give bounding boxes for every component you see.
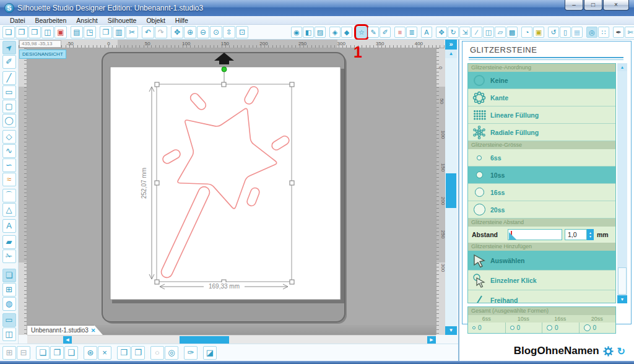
transform-rotate-button[interactable]: ↻: [448, 27, 459, 38]
inverse-select-button[interactable]: ⊟: [17, 346, 30, 360]
close-button[interactable]: ×: [603, 0, 629, 11]
page-color-button[interactable]: ▣: [533, 27, 544, 38]
size-20ss[interactable]: 20ss: [468, 201, 615, 219]
combine-button[interactable]: ○: [150, 346, 164, 360]
transform-mirror-button[interactable]: ◫: [483, 27, 494, 38]
curve-tool-button[interactable]: ∿: [2, 144, 16, 158]
size-6ss[interactable]: 6ss: [468, 149, 615, 167]
group-button[interactable]: ❒: [117, 346, 131, 360]
scroll-up-icon[interactable]: ▲: [445, 50, 457, 58]
pan-button[interactable]: ✥: [171, 26, 183, 38]
vertical-scrollbar[interactable]: » ▲ ▼: [445, 40, 457, 335]
cut-button[interactable]: ✂: [126, 26, 138, 38]
menu-datei[interactable]: Datei: [5, 16, 30, 25]
menu-silhouette[interactable]: Silhouette: [103, 16, 142, 25]
select-all-button[interactable]: ⊞: [2, 346, 16, 360]
freehand-tool-button[interactable]: ∽: [2, 158, 16, 172]
panel-scroll-up-icon[interactable]: ▲: [617, 63, 627, 71]
undo-button[interactable]: ↶: [142, 26, 154, 38]
zoom-in-button[interactable]: ⊕: [184, 26, 196, 38]
zoom-drag-button[interactable]: ⇳: [223, 26, 235, 38]
menu-hilfe[interactable]: Hilfe: [170, 16, 193, 25]
store-view-button[interactable]: ◍: [2, 297, 16, 311]
spacing-stepper[interactable]: ▲ ▼: [587, 229, 594, 240]
fit-to-page-button[interactable]: ⊡: [236, 26, 248, 38]
transform-skew-button[interactable]: ∕: [471, 27, 482, 38]
panel-scroll-thumb[interactable]: [618, 267, 627, 295]
panel-scroll-down-icon[interactable]: ▼: [617, 295, 627, 303]
rotate-view-button[interactable]: ↺: [548, 27, 559, 38]
hscroll-thumb[interactable]: [180, 336, 229, 344]
stamp-tool-button[interactable]: ◔: [521, 27, 532, 38]
menu-objekt[interactable]: Objekt: [141, 16, 170, 25]
ellipse-tool-button[interactable]: ◯: [2, 114, 16, 128]
minimize-button[interactable]: –: [565, 0, 583, 11]
arrangement-radial[interactable]: Radiale Füllung: [468, 124, 615, 141]
transform-box-button[interactable]: ❏: [36, 346, 50, 360]
select-tool-button[interactable]: ➤: [2, 41, 16, 54]
panel-expand-button[interactable]: »: [445, 40, 457, 50]
polygon-tool-button[interactable]: ◇: [2, 130, 16, 144]
registration-marks-button[interactable]: ◎: [586, 27, 597, 38]
refresh-icon[interactable]: ↻: [617, 345, 625, 357]
menu-ansicht[interactable]: Ansicht: [71, 16, 102, 25]
scroll-right-icon[interactable]: ▶: [427, 336, 436, 344]
panel-scrollbar[interactable]: ▲ ▼: [617, 63, 627, 303]
regular-polygon-tool-button[interactable]: △: [2, 203, 16, 217]
zoom-selection-button[interactable]: ⊙: [210, 26, 222, 38]
save-to-library-button[interactable]: ▣: [54, 26, 67, 38]
scroll-left-icon[interactable]: ◀: [63, 336, 72, 344]
send-to-silhouette-button[interactable]: ◳: [84, 26, 96, 38]
text-tool-button[interactable]: A: [2, 219, 16, 233]
delete-button[interactable]: ×: [98, 346, 111, 360]
duplicate-button[interactable]: ❐: [50, 346, 64, 360]
grid-settings-button[interactable]: ▦: [571, 27, 583, 38]
rotation-handle[interactable]: [222, 67, 227, 72]
transform-shear-button[interactable]: ▱: [495, 27, 506, 38]
pixscan-button[interactable]: ∷: [598, 27, 609, 38]
page-view-button[interactable]: ❏: [2, 269, 16, 282]
page-settings-button[interactable]: ▯: [560, 27, 571, 38]
ungroup-button[interactable]: ❐: [131, 346, 145, 360]
rhinestone-style-button[interactable]: ☆: [356, 27, 367, 38]
arrangement-keine[interactable]: Keine: [468, 72, 615, 89]
print-button[interactable]: ▤: [71, 26, 83, 38]
maximize-button[interactable]: □: [584, 0, 602, 11]
scroll-down-icon[interactable]: ▼: [445, 326, 457, 335]
redo-button[interactable]: ↷: [155, 26, 167, 38]
document-tab[interactable]: Unbenannt-1.studio3 ✕: [27, 325, 103, 335]
save-button[interactable]: ◫: [41, 26, 54, 38]
menu-bearbeiten[interactable]: Bearbeiten: [30, 16, 72, 25]
edit-points-tool-button[interactable]: ✐: [2, 55, 16, 69]
bring-to-front-button[interactable]: ❑: [64, 346, 78, 360]
tab-close-icon[interactable]: ✕: [91, 327, 96, 334]
line-tool-button[interactable]: ╱: [2, 71, 16, 85]
cut-edge-style-button[interactable]: ✐: [380, 27, 391, 38]
gear-icon[interactable]: [603, 346, 614, 357]
zoom-out-button[interactable]: ⊖: [197, 26, 209, 38]
fill-gradient-button[interactable]: ◧: [303, 27, 314, 38]
text-style-button[interactable]: A: [421, 27, 432, 38]
title-bar[interactable]: S Silhouette Studio Designer Edition: Un…: [0, 0, 634, 16]
open-file-button[interactable]: ❐: [15, 26, 28, 38]
fill-pattern-button[interactable]: ▨: [315, 27, 326, 38]
transform-scale-button[interactable]: ⇲: [459, 27, 471, 38]
size-16ss[interactable]: 16ss: [468, 184, 615, 201]
pattern-fill-button[interactable]: ▩: [506, 27, 518, 38]
weld-button[interactable]: ⊛: [84, 346, 97, 360]
add-freehand[interactable]: Freihand: [468, 290, 615, 303]
shadow-style-button[interactable]: ◈: [329, 27, 341, 38]
stepper-down-icon[interactable]: ▼: [589, 235, 592, 238]
spacing-input[interactable]: 1,0: [565, 229, 587, 240]
design-canvas[interactable]: 252,07 mm 169,33 mm: [27, 48, 436, 325]
target-button[interactable]: ◎: [165, 346, 178, 360]
add-single-click[interactable]: Einzelner Klick: [468, 271, 615, 290]
eraser-tool-button[interactable]: ▰: [2, 235, 16, 249]
split-view-button[interactable]: ◫: [2, 327, 16, 341]
add-select[interactable]: Auswählen: [468, 251, 615, 271]
vscroll-thumb[interactable]: [446, 173, 456, 208]
open-library-button[interactable]: ❒: [28, 26, 41, 38]
sketch-style-button[interactable]: ✎: [368, 27, 379, 38]
new-file-button[interactable]: ❏: [2, 26, 15, 38]
send-to-cut-button[interactable]: ✄: [625, 27, 634, 38]
